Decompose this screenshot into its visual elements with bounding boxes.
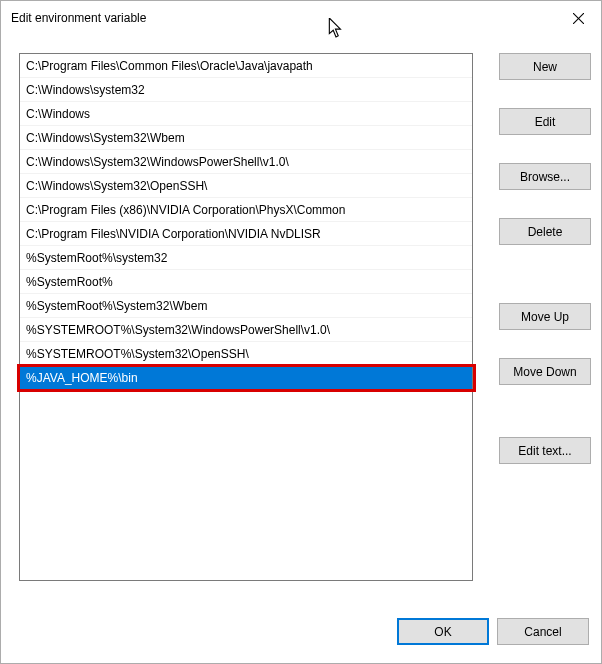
path-list-item[interactable]: C:\Program Files\Common Files\Oracle\Jav… [20,54,472,78]
path-list-item[interactable]: C:\Windows\System32\Wbem [20,126,472,150]
path-list-item[interactable]: %SystemRoot% [20,270,472,294]
path-list-item[interactable]: C:\Windows\system32 [20,78,472,102]
path-list-item[interactable]: %JAVA_HOME%\bin [20,366,472,390]
dialog-footer: OK Cancel [1,618,601,663]
dialog-content: C:\Program Files\Common Files\Oracle\Jav… [1,35,601,618]
edit-text-button[interactable]: Edit text... [499,437,591,464]
close-icon [573,13,584,24]
list-wrap: C:\Program Files\Common Files\Oracle\Jav… [19,53,487,608]
path-listbox[interactable]: C:\Program Files\Common Files\Oracle\Jav… [19,53,473,581]
edit-button[interactable]: Edit [499,108,591,135]
titlebar: Edit environment variable [1,1,601,35]
path-list-item[interactable]: C:\Windows\System32\WindowsPowerShell\v1… [20,150,472,174]
move-up-button[interactable]: Move Up [499,303,591,330]
path-list-item[interactable]: %SYSTEMROOT%\System32\WindowsPowerShell\… [20,318,472,342]
path-list-item[interactable]: C:\Program Files (x86)\NVIDIA Corporatio… [20,198,472,222]
path-list-item[interactable]: %SystemRoot%\System32\Wbem [20,294,472,318]
path-list-item[interactable]: %SystemRoot%\system32 [20,246,472,270]
path-list-item[interactable]: C:\Program Files\NVIDIA Corporation\NVID… [20,222,472,246]
mouse-cursor-icon [328,18,344,38]
path-list-item[interactable]: C:\Windows\System32\OpenSSH\ [20,174,472,198]
close-button[interactable] [555,1,601,35]
ok-button[interactable]: OK [397,618,489,645]
delete-button[interactable]: Delete [499,218,591,245]
browse-button[interactable]: Browse... [499,163,591,190]
new-button[interactable]: New [499,53,591,80]
path-list-item[interactable]: C:\Windows [20,102,472,126]
cancel-button[interactable]: Cancel [497,618,589,645]
move-down-button[interactable]: Move Down [499,358,591,385]
edit-env-var-dialog: Edit environment variable C:\Program Fil… [0,0,602,664]
path-list-item[interactable]: %SYSTEMROOT%\System32\OpenSSH\ [20,342,472,366]
side-buttons: New Edit Browse... Delete Move Up Move D… [499,53,591,608]
window-title: Edit environment variable [11,11,555,25]
